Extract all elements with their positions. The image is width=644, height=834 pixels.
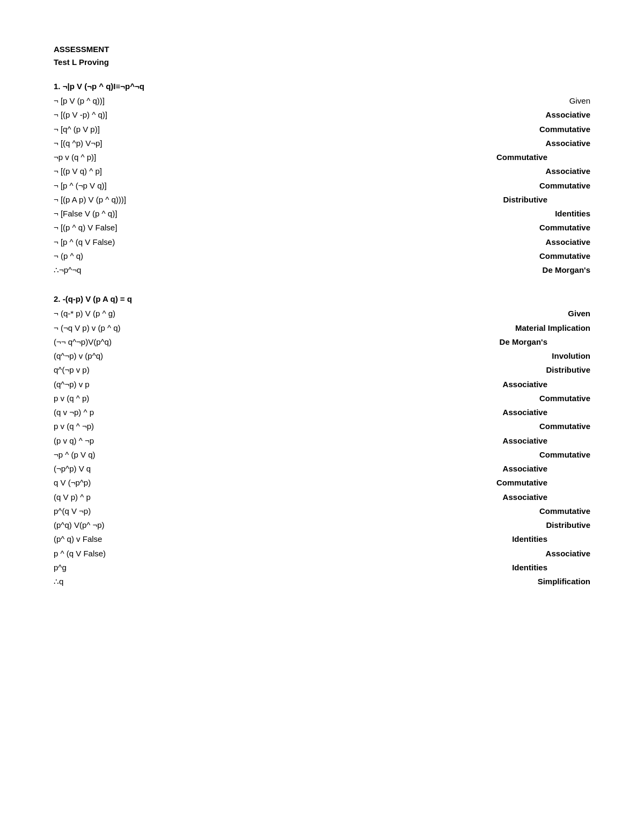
proof-reason: Distributive	[451, 193, 590, 207]
proof-expression: p^g	[54, 561, 258, 575]
proof-row: ¬ [p ^ (¬p V q)]Commutative	[54, 179, 590, 193]
proof-row: p v (q ^ p)Commutative	[54, 391, 590, 405]
proof-expression: (q^¬p) v p	[54, 378, 258, 391]
proof-reason: Commutative	[451, 122, 590, 136]
proof-row: (¬¬ q^¬p)V(p^q)De Morgan's	[54, 335, 590, 349]
proof-expression: ¬p v (q ^ p)]	[54, 150, 258, 164]
proof-row: ∴qSimplification	[54, 575, 590, 589]
proof-row: ∴¬p^¬qDe Morgan's	[54, 263, 590, 277]
proof-expression: (q v ¬p) ^ p	[54, 405, 258, 419]
proof-row: ¬ [p ^ (q V False)Associative	[54, 235, 590, 249]
proof-row: ¬ [(p V q) ^ p]Associative	[54, 164, 590, 178]
proof-row: q^(¬p v p)Distributive	[54, 363, 590, 377]
proof-reason: Identities	[451, 561, 590, 575]
proof-reason: Simplification	[451, 575, 590, 589]
proof-expression: (¬¬ q^¬p)V(p^q)	[54, 335, 258, 349]
proof-reason: Commutative	[451, 419, 590, 433]
proof-expression: q V (¬p^p)	[54, 476, 258, 490]
proof-expression: p ^ (q V False)	[54, 547, 258, 561]
proof-reason: De Morgan's	[451, 335, 590, 349]
proof-expression: (p^ q) v False	[54, 532, 258, 546]
proof-expression: (p^q) V(p^ ¬p)	[54, 518, 258, 532]
proof-row: ¬p ^ (p V q)Commutative	[54, 448, 590, 462]
proof2-title: 2. -(q-p) V (p A q) = q	[54, 294, 590, 303]
proof-reason: Involution	[451, 349, 590, 363]
header-title-line1: ASSESSMENT	[54, 43, 590, 56]
proof-row: p^(q V ¬p)Commutative	[54, 504, 590, 518]
proof-row: p ^ (q V False)Associative	[54, 547, 590, 561]
proof-expression: p v (q ^ ¬p)	[54, 419, 258, 433]
proof-row: (p^ q) v FalseIdentities	[54, 532, 590, 546]
proof-reason: Commutative	[451, 249, 590, 263]
proof-reason: Commutative	[451, 179, 590, 193]
proof-row: p v (q ^ ¬p)Commutative	[54, 419, 590, 433]
proof-section-2: 2. -(q-p) V (p A q) = q ¬ (q-* p) V (p ^…	[54, 294, 590, 589]
proof-row: ¬ [(p V -p) ^ q)]Associative	[54, 108, 590, 122]
proof-reason: Commutative	[451, 504, 590, 518]
proof-expression: p^(q V ¬p)	[54, 504, 258, 518]
proof-reason: Commutative	[451, 391, 590, 405]
proof-reason: Associative	[451, 235, 590, 249]
proof-row: (p^q) V(p^ ¬p)Distributive	[54, 518, 590, 532]
proof-expression: ¬ (p ^ q)	[54, 249, 258, 263]
proof-row: ¬p v (q ^ p)]Commutative	[54, 150, 590, 164]
proof-reason: Associative	[451, 462, 590, 476]
proof-row: ¬ [False V (p ^ q)]Identities	[54, 207, 590, 221]
proof-expression: ¬ [q^ (p V p)]	[54, 122, 258, 136]
proof-reason: Commutative	[451, 150, 590, 164]
proof-reason: Associative	[451, 108, 590, 122]
proof-row: (q V p) ^ pAssociative	[54, 490, 590, 504]
proof-reason: Associative	[451, 378, 590, 391]
proof-expression: (¬p^p) V q	[54, 462, 258, 476]
proof-reason: Given	[451, 307, 590, 321]
proof-expression: ¬ [(q ^p) V¬p]	[54, 136, 258, 150]
proof-row: (¬p^p) V qAssociative	[54, 462, 590, 476]
proof-expression: ¬ [(p V -p) ^ q)]	[54, 108, 258, 122]
proof-reason: Identities	[451, 532, 590, 546]
proof-expression: q^(¬p v p)	[54, 363, 258, 377]
header-title-line2: Test L Proving	[54, 56, 590, 69]
proof2-rows: ¬ (q-* p) V (p ^ g)Given¬ (¬q V p) v (p …	[54, 307, 590, 589]
proof-expression: (q^¬p) v (p^q)	[54, 349, 258, 363]
proof-expression: (p v q) ^ ¬p	[54, 434, 258, 448]
proof-expression: ¬ (q-* p) V (p ^ g)	[54, 307, 258, 321]
header: ASSESSMENT Test L Proving	[54, 43, 590, 69]
proof-expression: ¬ [False V (p ^ q)]	[54, 207, 258, 221]
proof-expression: ¬ [(p V q) ^ p]	[54, 164, 258, 178]
proof-reason: Material Implication	[451, 321, 590, 335]
proof-row: ¬ (q-* p) V (p ^ g)Given	[54, 307, 590, 321]
proof-expression: ¬ [(p ^ q) V False]	[54, 221, 258, 235]
proof-reason: Commutative	[451, 448, 590, 462]
proof-row: ¬ [p V (p ^ q))]Given	[54, 94, 590, 108]
proof-expression: ¬p ^ (p V q)	[54, 448, 258, 462]
proof-row: ¬ [q^ (p V p)]Commutative	[54, 122, 590, 136]
proof-expression: ∴q	[54, 575, 258, 589]
proof-row: q V (¬p^p)Commutative	[54, 476, 590, 490]
proof-reason: Commutative	[451, 476, 590, 490]
proof1-title: 1. ¬|p V (¬p ^ q)I≡¬p^¬q	[54, 82, 590, 91]
proof-expression: ¬ [(p A p) V (p ^ q)))]	[54, 193, 258, 207]
proof-reason: Associative	[451, 490, 590, 504]
proof1-rows: ¬ [p V (p ^ q))]Given¬ [(p V -p) ^ q)]As…	[54, 94, 590, 277]
proof-expression: p v (q ^ p)	[54, 391, 258, 405]
proof-row: p^gIdentities	[54, 561, 590, 575]
proof-expression: ¬ (¬q V p) v (p ^ q)	[54, 321, 258, 335]
proof-expression: ¬ [p ^ (q V False)	[54, 235, 258, 249]
proof-row: (p v q) ^ ¬pAssociative	[54, 434, 590, 448]
proof-reason: Associative	[451, 434, 590, 448]
proof-expression: ¬ [p ^ (¬p V q)]	[54, 179, 258, 193]
proof-row: ¬ (¬q V p) v (p ^ q)Material Implication	[54, 321, 590, 335]
proof-expression: ¬ [p V (p ^ q))]	[54, 94, 258, 108]
proof-row: ¬ (p ^ q)Commutative	[54, 249, 590, 263]
proof-reason: Associative	[451, 136, 590, 150]
proof-expression: ∴¬p^¬q	[54, 263, 258, 277]
proof-reason: Identities	[451, 207, 590, 221]
proof-reason: Associative	[451, 547, 590, 561]
proof-section-1: 1. ¬|p V (¬p ^ q)I≡¬p^¬q ¬ [p V (p ^ q))…	[54, 82, 590, 277]
proof-reason: Given	[451, 94, 590, 108]
proof-reason: Associative	[451, 405, 590, 419]
proof-expression: (q V p) ^ p	[54, 490, 258, 504]
proof-row: (q^¬p) v pAssociative	[54, 378, 590, 391]
proof-row: (q v ¬p) ^ pAssociative	[54, 405, 590, 419]
proof-reason: Distributive	[451, 518, 590, 532]
